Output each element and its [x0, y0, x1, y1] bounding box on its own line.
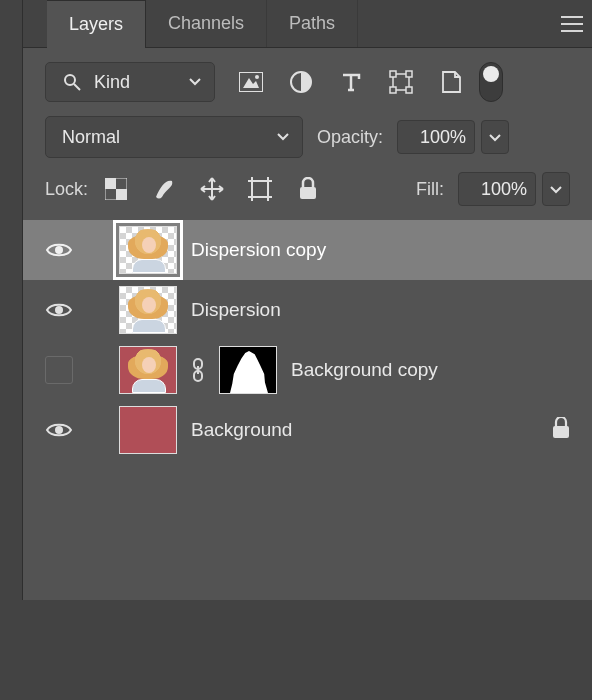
- visibility-toggle[interactable]: [45, 416, 73, 444]
- link-icon[interactable]: [191, 358, 205, 382]
- chevron-down-icon: [188, 72, 202, 93]
- opacity-dropdown-button[interactable]: [481, 120, 509, 154]
- svg-rect-15: [105, 178, 116, 189]
- lock-transparency-icon[interactable]: [102, 175, 130, 203]
- layer-row[interactable]: Dispersion: [23, 280, 592, 340]
- search-icon: [58, 68, 86, 96]
- svg-rect-12: [390, 87, 396, 93]
- tab-paths-label: Paths: [289, 13, 335, 34]
- layer-name[interactable]: Background: [191, 419, 538, 441]
- visibility-toggle[interactable]: [45, 296, 73, 324]
- fill-input[interactable]: 100%: [458, 172, 536, 206]
- lock-artboard-icon[interactable]: [246, 175, 274, 203]
- layer-row[interactable]: Dispersion copy: [23, 220, 592, 280]
- layer-thumbnail[interactable]: [119, 406, 177, 454]
- svg-point-32: [55, 426, 63, 434]
- chevron-down-icon: [276, 127, 290, 148]
- svg-point-7: [255, 75, 259, 79]
- fill-value: 100%: [481, 179, 527, 200]
- blend-mode-select[interactable]: Normal: [45, 116, 303, 158]
- tab-channels[interactable]: Channels: [146, 0, 267, 47]
- filter-shape-icon[interactable]: [387, 68, 415, 96]
- layer-name[interactable]: Dispersion copy: [191, 239, 570, 261]
- filter-type-icon[interactable]: [337, 68, 365, 96]
- blend-mode-label: Normal: [62, 127, 120, 148]
- layer-thumbnail[interactable]: [119, 226, 177, 274]
- svg-rect-33: [553, 426, 569, 438]
- layers-list: Dispersion copy Dispersion: [23, 220, 592, 460]
- layer-row[interactable]: Background copy: [23, 340, 592, 400]
- tab-paths[interactable]: Paths: [267, 0, 358, 47]
- lock-label: Lock:: [45, 179, 88, 200]
- visibility-toggle[interactable]: [45, 356, 73, 384]
- layer-thumbnail[interactable]: [119, 346, 177, 394]
- svg-point-3: [65, 75, 75, 85]
- svg-point-27: [55, 246, 63, 254]
- tab-layers-label: Layers: [69, 14, 123, 35]
- opacity-input[interactable]: 100%: [397, 120, 475, 154]
- layers-panel: Layers Channels Paths Kind: [22, 0, 592, 600]
- filter-kind-label: Kind: [94, 72, 130, 93]
- lock-all-icon[interactable]: [294, 175, 322, 203]
- filter-kind-select[interactable]: Kind: [45, 62, 215, 102]
- fill-label: Fill:: [416, 179, 444, 200]
- filter-pixel-icon[interactable]: [237, 68, 265, 96]
- layer-thumbnail[interactable]: [119, 286, 177, 334]
- layer-name[interactable]: Dispersion: [191, 299, 570, 321]
- svg-marker-6: [243, 78, 259, 88]
- svg-line-4: [74, 84, 80, 90]
- lock-icon[interactable]: [552, 417, 570, 444]
- tab-channels-label: Channels: [168, 13, 244, 34]
- svg-rect-13: [406, 87, 412, 93]
- svg-point-28: [55, 306, 63, 314]
- mask-thumbnail[interactable]: [219, 346, 277, 394]
- tab-bar: Layers Channels Paths: [23, 0, 592, 48]
- filter-smartobject-icon[interactable]: [437, 68, 465, 96]
- tab-layers[interactable]: Layers: [47, 0, 146, 48]
- opacity-label: Opacity:: [317, 127, 383, 148]
- svg-rect-10: [390, 71, 396, 77]
- fill-dropdown-button[interactable]: [542, 172, 570, 206]
- svg-rect-17: [252, 181, 268, 197]
- visibility-toggle[interactable]: [45, 236, 73, 264]
- layer-row[interactable]: Background: [23, 400, 592, 460]
- lock-pixels-icon[interactable]: [150, 175, 178, 203]
- svg-rect-11: [406, 71, 412, 77]
- filter-toggle[interactable]: [479, 62, 503, 102]
- filter-icons: [237, 68, 465, 96]
- svg-rect-26: [300, 187, 316, 199]
- panel-menu-icon[interactable]: [552, 0, 592, 47]
- filter-adjustment-icon[interactable]: [287, 68, 315, 96]
- panel-body: Kind: [23, 48, 592, 600]
- toggle-dot: [483, 66, 499, 82]
- svg-rect-16: [116, 189, 127, 200]
- layer-name[interactable]: Background copy: [291, 359, 570, 381]
- opacity-value: 100%: [420, 127, 466, 148]
- lock-position-icon[interactable]: [198, 175, 226, 203]
